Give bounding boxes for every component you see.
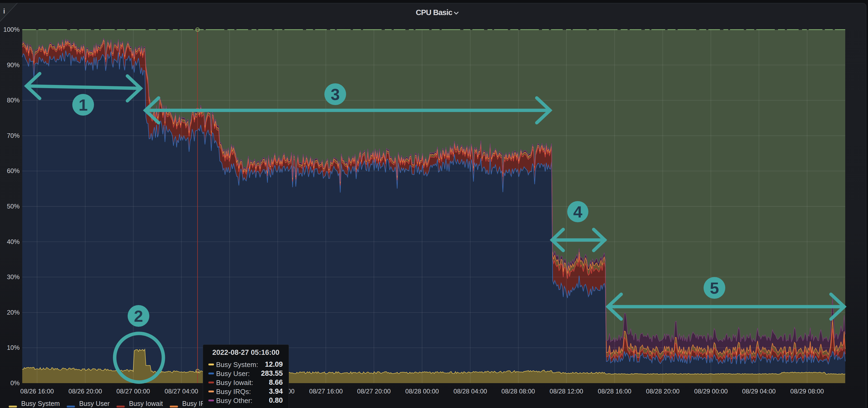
svg-text:5: 5 [710,279,719,297]
svg-text:1: 1 [79,96,88,114]
svg-text:3: 3 [331,85,340,103]
svg-text:2: 2 [134,307,143,325]
svg-text:i: i [3,7,5,15]
svg-text:4: 4 [573,203,583,221]
